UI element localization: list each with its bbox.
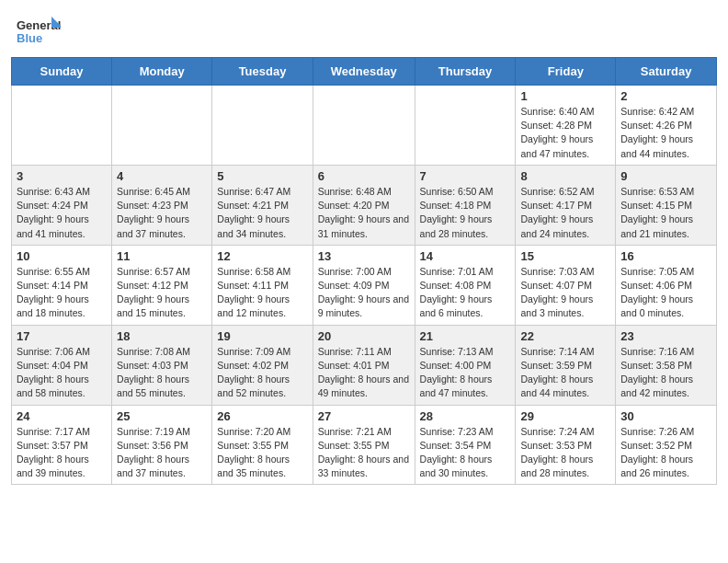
day-number: 28 [420,409,511,423]
day-info: Sunrise: 7:06 AM Sunset: 4:04 PM Dayligh… [17,345,107,401]
calendar-day-12: 12Sunrise: 6:58 AM Sunset: 4:11 PM Dayli… [212,245,313,325]
day-header-thursday: Thursday [415,58,516,86]
calendar-day-16: 16Sunrise: 7:05 AM Sunset: 4:06 PM Dayli… [616,245,717,325]
day-info: Sunrise: 7:11 AM Sunset: 4:01 PM Dayligh… [318,345,410,401]
day-number: 15 [520,249,610,263]
day-number: 14 [420,249,511,263]
calendar-week-1: 1Sunrise: 6:40 AM Sunset: 4:28 PM Daylig… [12,86,717,166]
day-info: Sunrise: 6:45 AM Sunset: 4:23 PM Dayligh… [117,185,207,241]
calendar-day-10: 10Sunrise: 6:55 AM Sunset: 4:14 PM Dayli… [12,245,112,325]
calendar-day-18: 18Sunrise: 7:08 AM Sunset: 4:03 PM Dayli… [112,325,212,405]
calendar-day-27: 27Sunrise: 7:21 AM Sunset: 3:55 PM Dayli… [313,405,415,485]
day-number: 27 [318,409,410,423]
day-number: 29 [520,409,610,423]
calendar-day-20: 20Sunrise: 7:11 AM Sunset: 4:01 PM Dayli… [313,325,415,405]
day-info: Sunrise: 6:55 AM Sunset: 4:14 PM Dayligh… [17,265,107,321]
day-header-monday: Monday [112,58,212,86]
day-number: 24 [17,409,107,423]
day-info: Sunrise: 6:43 AM Sunset: 4:24 PM Dayligh… [17,185,107,241]
day-info: Sunrise: 6:47 AM Sunset: 4:21 PM Dayligh… [217,185,307,241]
day-info: Sunrise: 7:21 AM Sunset: 3:55 PM Dayligh… [318,425,410,481]
day-number: 25 [117,409,207,423]
calendar-day-1: 1Sunrise: 6:40 AM Sunset: 4:28 PM Daylig… [516,86,616,166]
calendar-day-5: 5Sunrise: 6:47 AM Sunset: 4:21 PM Daylig… [212,165,313,245]
day-info: Sunrise: 7:26 AM Sunset: 3:52 PM Dayligh… [620,425,711,481]
calendar-day-6: 6Sunrise: 6:48 AM Sunset: 4:20 PM Daylig… [313,165,415,245]
day-number: 5 [217,169,307,183]
day-number: 23 [620,329,711,343]
calendar-day-11: 11Sunrise: 6:57 AM Sunset: 4:12 PM Dayli… [112,245,212,325]
day-number: 17 [17,329,107,343]
day-info: Sunrise: 7:03 AM Sunset: 4:07 PM Dayligh… [520,265,610,321]
day-header-saturday: Saturday [616,58,717,86]
day-number: 16 [620,249,711,263]
day-info: Sunrise: 6:48 AM Sunset: 4:20 PM Dayligh… [318,185,410,241]
calendar-day-23: 23Sunrise: 7:16 AM Sunset: 3:58 PM Dayli… [616,325,717,405]
day-number: 18 [117,329,207,343]
calendar-day-15: 15Sunrise: 7:03 AM Sunset: 4:07 PM Dayli… [516,245,616,325]
day-number: 1 [520,89,610,103]
day-header-friday: Friday [516,58,616,86]
day-header-sunday: Sunday [12,58,112,86]
calendar-day-empty [212,86,313,166]
day-info: Sunrise: 6:42 AM Sunset: 4:26 PM Dayligh… [620,105,711,161]
day-info: Sunrise: 7:05 AM Sunset: 4:06 PM Dayligh… [620,265,711,321]
day-number: 22 [520,329,610,343]
logo-icon: General Blue [17,13,61,50]
calendar-week-4: 17Sunrise: 7:06 AM Sunset: 4:04 PM Dayli… [12,325,717,405]
day-info: Sunrise: 7:24 AM Sunset: 3:53 PM Dayligh… [520,425,610,481]
day-info: Sunrise: 7:14 AM Sunset: 3:59 PM Dayligh… [520,345,610,401]
day-info: Sunrise: 6:50 AM Sunset: 4:18 PM Dayligh… [420,185,511,241]
day-info: Sunrise: 7:08 AM Sunset: 4:03 PM Dayligh… [117,345,207,401]
page-header: General Blue [0,0,728,57]
day-info: Sunrise: 7:00 AM Sunset: 4:09 PM Dayligh… [318,265,410,321]
calendar-table: SundayMondayTuesdayWednesdayThursdayFrid… [11,57,717,485]
day-info: Sunrise: 6:52 AM Sunset: 4:17 PM Dayligh… [520,185,610,241]
calendar-header-row: SundayMondayTuesdayWednesdayThursdayFrid… [12,58,717,86]
logo: General Blue [17,13,61,50]
calendar-day-25: 25Sunrise: 7:19 AM Sunset: 3:56 PM Dayli… [112,405,212,485]
calendar-day-17: 17Sunrise: 7:06 AM Sunset: 4:04 PM Dayli… [12,325,112,405]
day-number: 20 [318,329,410,343]
day-number: 11 [117,249,207,263]
day-number: 19 [217,329,307,343]
calendar-day-29: 29Sunrise: 7:24 AM Sunset: 3:53 PM Dayli… [516,405,616,485]
day-info: Sunrise: 7:16 AM Sunset: 3:58 PM Dayligh… [620,345,711,401]
calendar-day-30: 30Sunrise: 7:26 AM Sunset: 3:52 PM Dayli… [616,405,717,485]
day-number: 4 [117,169,207,183]
calendar-day-4: 4Sunrise: 6:45 AM Sunset: 4:23 PM Daylig… [112,165,212,245]
day-number: 10 [17,249,107,263]
day-info: Sunrise: 7:19 AM Sunset: 3:56 PM Dayligh… [117,425,207,481]
calendar-day-empty [12,86,112,166]
calendar-week-3: 10Sunrise: 6:55 AM Sunset: 4:14 PM Dayli… [12,245,717,325]
day-info: Sunrise: 6:53 AM Sunset: 4:15 PM Dayligh… [620,185,711,241]
day-number: 9 [620,169,711,183]
day-number: 3 [17,169,107,183]
day-number: 2 [620,89,711,103]
day-number: 26 [217,409,307,423]
calendar-day-empty [112,86,212,166]
day-info: Sunrise: 7:23 AM Sunset: 3:54 PM Dayligh… [420,425,511,481]
day-number: 6 [318,169,410,183]
day-info: Sunrise: 6:57 AM Sunset: 4:12 PM Dayligh… [117,265,207,321]
calendar-day-8: 8Sunrise: 6:52 AM Sunset: 4:17 PM Daylig… [516,165,616,245]
day-info: Sunrise: 7:17 AM Sunset: 3:57 PM Dayligh… [17,425,107,481]
calendar-week-2: 3Sunrise: 6:43 AM Sunset: 4:24 PM Daylig… [12,165,717,245]
day-info: Sunrise: 6:40 AM Sunset: 4:28 PM Dayligh… [520,105,610,161]
day-number: 30 [620,409,711,423]
day-info: Sunrise: 7:01 AM Sunset: 4:08 PM Dayligh… [420,265,511,321]
day-info: Sunrise: 7:20 AM Sunset: 3:55 PM Dayligh… [217,425,307,481]
day-info: Sunrise: 7:13 AM Sunset: 4:00 PM Dayligh… [420,345,511,401]
calendar-week-5: 24Sunrise: 7:17 AM Sunset: 3:57 PM Dayli… [12,405,717,485]
day-info: Sunrise: 6:58 AM Sunset: 4:11 PM Dayligh… [217,265,307,321]
calendar-day-3: 3Sunrise: 6:43 AM Sunset: 4:24 PM Daylig… [12,165,112,245]
calendar-day-9: 9Sunrise: 6:53 AM Sunset: 4:15 PM Daylig… [616,165,717,245]
day-number: 13 [318,249,410,263]
day-number: 8 [520,169,610,183]
calendar-day-22: 22Sunrise: 7:14 AM Sunset: 3:59 PM Dayli… [516,325,616,405]
day-number: 7 [420,169,511,183]
calendar-day-empty [313,86,415,166]
calendar-day-26: 26Sunrise: 7:20 AM Sunset: 3:55 PM Dayli… [212,405,313,485]
day-info: Sunrise: 7:09 AM Sunset: 4:02 PM Dayligh… [217,345,307,401]
calendar-day-19: 19Sunrise: 7:09 AM Sunset: 4:02 PM Dayli… [212,325,313,405]
